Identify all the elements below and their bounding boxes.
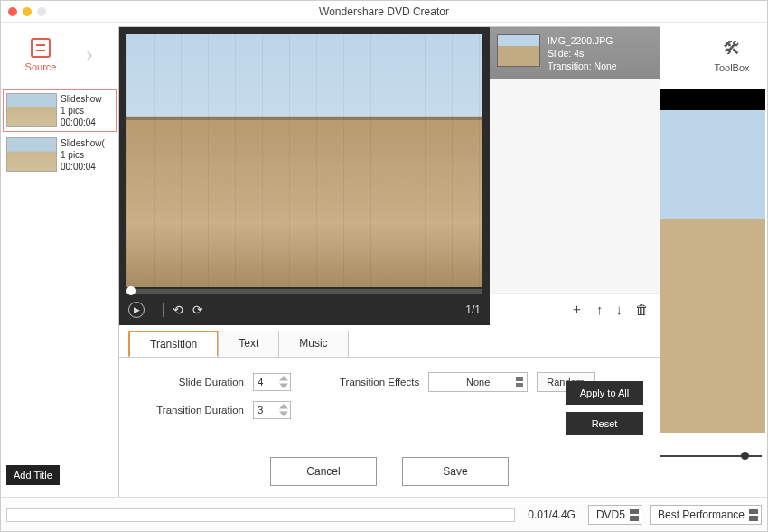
slideshow-pics: 1 pics [61,149,105,161]
clip-actions: ＋ ↑ ↓ 🗑 [490,293,660,325]
toolbox-tab[interactable]: 🛠︎ ToolBox [697,23,767,88]
tab-transition[interactable]: Transition [128,331,219,357]
traffic-lights [8,7,46,16]
disc-usage-text: 0.01/4.4G [522,509,581,521]
close-window-button[interactable] [8,7,17,16]
dialog-actions: Cancel Save [119,446,660,500]
transition-duration-label: Transition Duration [136,405,244,415]
transition-effects-label: Transition Effects [340,377,419,387]
play-button[interactable]: ▶ [128,302,145,318]
slideshow-meta: Slideshow 1 pics 00:00:04 [61,93,102,128]
clip-filename: IMG_2200.JPG [548,34,617,47]
zoom-window-button[interactable] [37,7,46,16]
source-tab[interactable]: Source [1,23,80,88]
transition-duration-stepper[interactable]: 3 [253,401,291,419]
step-arrow-icon: › [80,23,98,88]
slide-duration-stepper[interactable]: 4 [253,373,291,391]
transition-settings: Slide Duration 4 Transition Effects None… [119,358,660,446]
delete-clip-button[interactable]: 🗑 [635,302,649,317]
disc-usage-bar [6,508,515,522]
toolbox-label: ToolBox [714,62,749,73]
separator [163,303,164,317]
source-icon [31,38,51,58]
slideshow-item[interactable]: Slideshow 1 pics 00:00:04 [3,89,117,132]
clip-transition: Transition: None [548,60,617,72]
toolbox-icon: 🛠︎ [723,38,741,59]
save-button[interactable]: Save [402,457,509,486]
slide-duration-label: Slide Duration [136,377,244,387]
rotate-left-button[interactable]: ⟲ [173,303,183,317]
clip-slide-duration: Slide: 4s [548,47,617,60]
playback-controls: ▶ ⟲ ⟳ 1/1 [119,294,490,325]
slideshow-list: Slideshow 1 pics 00:00:04 Slideshow( 1 p… [3,89,117,178]
cancel-button[interactable]: Cancel [270,457,377,486]
titlebar: Wondershare DVD Creator [1,1,767,23]
zoom-slider[interactable] [660,447,762,465]
background-preview [660,89,765,433]
slideshow-title: Slideshow [61,93,102,105]
slide-counter: 1/1 [465,303,481,316]
clips-column: IMG_2200.JPG Slide: 4s Transition: None … [490,27,660,325]
preview-image [126,34,482,287]
playback-scrubber[interactable] [126,289,482,294]
slideshow-title: Slideshow( [61,137,105,149]
disc-type-select[interactable]: DVD5 [588,505,642,525]
tab-music[interactable]: Music [278,331,348,357]
transition-effects-select[interactable]: None [428,372,528,392]
slideshow-duration: 00:00:04 [61,117,102,128]
slideshow-item[interactable]: Slideshow( 1 pics 00:00:04 [3,134,117,176]
rotate-right-button[interactable]: ⟳ [192,303,203,317]
slideshow-meta: Slideshow( 1 pics 00:00:04 [61,137,105,173]
add-title-button[interactable]: Add Title [6,465,60,485]
window-title: Wondershare DVD Creator [1,5,767,18]
slideshow-duration: 00:00:04 [61,161,105,173]
move-up-button[interactable]: ↑ [596,302,604,317]
slideshow-pics: 1 pics [61,105,102,117]
apply-all-button[interactable]: Apply to All [566,381,643,405]
move-down-button[interactable]: ↓ [616,302,623,317]
slideshow-thumb [6,93,57,127]
source-label: Source [25,61,57,72]
bottom-bar: 0.01/4.4G DVD5 Best Performance [1,497,767,531]
clip-item[interactable]: IMG_2200.JPG Slide: 4s Transition: None [490,27,660,79]
quality-select[interactable]: Best Performance [650,505,762,525]
minimize-window-button[interactable] [23,7,32,16]
reset-button[interactable]: Reset [566,412,643,435]
editor-tabs: Transition Text Music [119,331,660,358]
preview-column: ▶ ⟲ ⟳ 1/1 [119,27,490,325]
clip-thumb [497,34,540,67]
slideshow-editor-panel: ▶ ⟲ ⟳ 1/1 IMG_2200.JPG Slide: 4s Transit… [118,26,660,501]
add-clip-button[interactable]: ＋ [570,301,584,318]
tab-text[interactable]: Text [218,331,279,357]
clip-meta: IMG_2200.JPG Slide: 4s Transition: None [548,34,617,72]
slideshow-thumb [6,137,57,172]
